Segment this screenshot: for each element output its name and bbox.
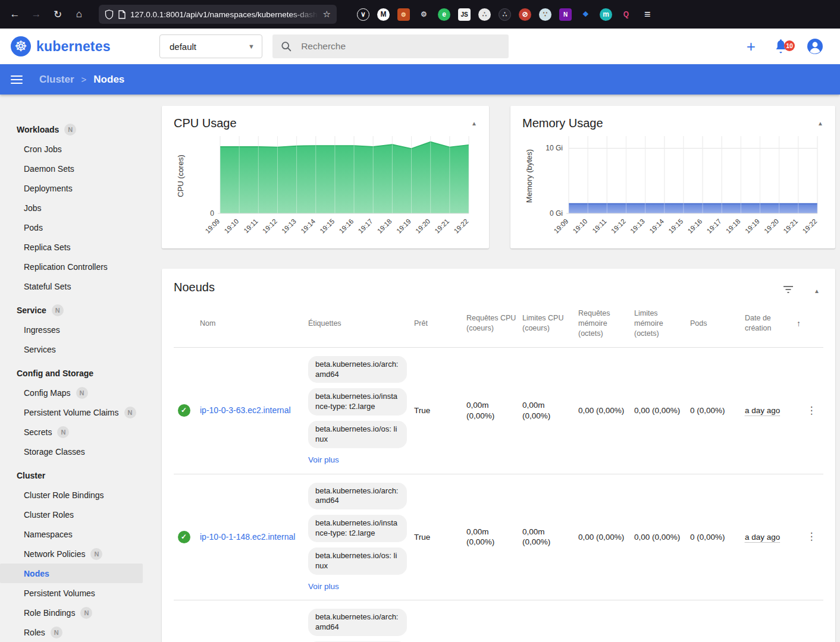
column-header-cpu-requests[interactable]: Requêtes CPU (coeurs) — [466, 307, 522, 342]
svg-text:19:15: 19:15 — [319, 218, 336, 235]
account-icon[interactable] — [807, 38, 823, 55]
sidebar-item-label: Cron Jobs — [24, 144, 62, 154]
sidebar-item-persistent-volumes[interactable]: Persistent Volumes — [0, 583, 143, 603]
column-header-name[interactable]: Nom — [200, 313, 308, 337]
sidebar-item-secrets[interactable]: SecretsN — [0, 422, 143, 442]
sidebar-item-network-policies[interactable]: Network PoliciesN — [0, 544, 143, 564]
column-header-labels[interactable]: Étiquettes — [308, 313, 414, 337]
create-resource-button[interactable]: + — [747, 39, 756, 54]
column-header-memory-limits[interactable]: Limites mémoire (octets) — [634, 303, 690, 347]
sidebar-section-config-and-storage[interactable]: Config and Storage — [0, 363, 152, 383]
extension-icons: ∨M⚙⚙eJS∴∴⊘∵N❖mQ — [357, 8, 632, 21]
sidebar-item-storage-classes[interactable]: Storage Classes — [0, 442, 143, 461]
gear-icon[interactable]: ⚙ — [418, 8, 430, 21]
sidebar-section-cluster[interactable]: Cluster — [0, 465, 152, 485]
evernote-icon[interactable]: e — [438, 8, 450, 21]
sidebar-item-cluster-role-bindings[interactable]: Cluster Role Bindings — [0, 485, 143, 505]
sidebar-item-stateful-sets[interactable]: Stateful Sets — [0, 276, 143, 296]
node-name-link[interactable]: ip-10-0-1-148.ec2.internal — [200, 532, 295, 542]
extension-m-icon[interactable]: M — [377, 8, 390, 21]
sidebar-item-cluster-roles[interactable]: Cluster Roles — [0, 505, 143, 524]
filter-list-icon[interactable] — [783, 285, 794, 294]
back-button[interactable]: ← — [6, 5, 24, 23]
home-button[interactable]: ⌂ — [70, 5, 88, 23]
column-header-memory-requests[interactable]: Requêtes mémoire (octets) — [578, 303, 634, 347]
see-more-link[interactable]: Voir plus — [308, 455, 339, 465]
collapse-arrow-icon[interactable]: ▲ — [471, 117, 477, 127]
sidebar-item-jobs[interactable]: Jobs — [0, 198, 143, 218]
pocket-shield-icon[interactable]: ∨ — [357, 8, 369, 21]
label-chip: beta.kubernetes.io/instance-type: t2.lar… — [308, 388, 407, 416]
sidebar-section-service[interactable]: ServiceN — [0, 300, 152, 320]
sort-arrow-icon[interactable]: ↑ — [797, 318, 801, 329]
svg-text:CPU (cores): CPU (cores) — [176, 155, 185, 197]
q-rainbow-icon[interactable]: Q — [620, 8, 632, 21]
svg-text:19:13: 19:13 — [629, 218, 646, 235]
kubernetes-brand[interactable]: ☸ kubernetes — [11, 36, 159, 56]
namespace-select[interactable]: default ▼ — [159, 34, 262, 58]
javascript-toggle-icon[interactable]: JS — [458, 8, 471, 21]
m-teal-icon[interactable]: m — [600, 8, 612, 21]
shield-permissions-icon[interactable] — [105, 10, 114, 20]
created-age: a day ago — [745, 406, 780, 416]
sidebar-item-replication-controllers[interactable]: Replication Controllers — [0, 257, 143, 276]
svg-text:19:16: 19:16 — [687, 218, 704, 235]
column-header-pods[interactable]: Pods — [690, 313, 745, 337]
sidebar-item-cron-jobs[interactable]: Cron Jobs — [0, 139, 143, 159]
svg-text:19:14: 19:14 — [648, 218, 665, 235]
cookie-light-icon[interactable]: ∴ — [478, 8, 491, 21]
search-box[interactable] — [272, 34, 509, 58]
blue-bug-icon[interactable]: ❖ — [579, 8, 592, 21]
bookmark-star-icon[interactable]: ☆ — [323, 9, 331, 20]
svg-text:19:20: 19:20 — [414, 218, 431, 235]
page-info-icon[interactable] — [118, 10, 126, 19]
sidebar-item-nodes[interactable]: Nodes — [0, 564, 143, 583]
sidebar-item-replica-sets[interactable]: Replica Sets — [0, 237, 143, 257]
collapse-arrow-icon[interactable]: ▲ — [814, 284, 820, 294]
svg-text:19:11: 19:11 — [591, 218, 607, 234]
sidebar-item-role-bindings[interactable]: Role BindingsN — [0, 603, 143, 622]
svg-text:19:10: 19:10 — [572, 218, 589, 235]
sidebar-section-workloads[interactable]: WorkloadsN — [0, 119, 152, 139]
row-menu-button[interactable]: ⋮ — [805, 404, 823, 417]
browser-menu-icon[interactable]: ≡ — [644, 8, 650, 21]
sidebar-item-daemon-sets[interactable]: Daemon Sets — [0, 159, 143, 178]
memory-requests-value: 0,00 (0,00%) — [578, 532, 634, 543]
sidebar-item-config-maps[interactable]: Config MapsN — [0, 383, 143, 402]
sidebar-item-namespaces[interactable]: Namespaces — [0, 524, 143, 544]
hamburger-menu-icon[interactable] — [11, 75, 23, 84]
sidebar-item-label: Jobs — [24, 203, 42, 213]
column-header-created[interactable]: Date de création ↑ — [745, 307, 805, 342]
node-name-link[interactable]: ip-10-0-3-63.ec2.internal — [200, 405, 291, 415]
label-chip: beta.kubernetes.io/instance-type: t2.lar… — [308, 515, 407, 542]
forward-button[interactable]: → — [27, 5, 45, 23]
notifications-button[interactable]: 10 — [773, 39, 789, 54]
sidebar-item-pods[interactable]: Pods — [0, 218, 143, 237]
row-menu-button[interactable]: ⋮ — [805, 530, 823, 543]
sidebar-item-deployments[interactable]: Deployments — [0, 178, 143, 198]
sidebar-item-label: Storage Classes — [24, 447, 85, 457]
sidebar-item-roles[interactable]: RolesN — [0, 622, 143, 642]
svg-text:19:09: 19:09 — [553, 218, 570, 235]
cookie-blocked-icon[interactable]: ⊘ — [519, 8, 531, 21]
search-input[interactable] — [301, 41, 500, 52]
collapse-arrow-icon[interactable]: ▲ — [817, 117, 823, 127]
svg-text:19:22: 19:22 — [801, 218, 819, 235]
breadcrumb-parent[interactable]: Cluster — [39, 74, 74, 86]
url-text: 127.0.0.1:8001/api/v1/namespaces/kuberne… — [130, 10, 318, 19]
column-header-cpu-limits[interactable]: Limites CPU (coeurs) — [522, 307, 578, 342]
sidebar-item-ingresses[interactable]: Ingresses — [0, 320, 143, 339]
url-bar[interactable]: 127.0.0.1:8001/api/v1/namespaces/kuberne… — [99, 5, 337, 24]
onenote-icon[interactable]: N — [559, 8, 572, 21]
reload-button[interactable]: ↻ — [49, 5, 67, 23]
sidebar-item-services[interactable]: Services — [0, 339, 143, 359]
cookie-dark-icon[interactable]: ∴ — [499, 8, 511, 21]
see-more-link[interactable]: Voir plus — [308, 581, 339, 592]
cookie-jar-icon[interactable]: ∵ — [539, 8, 551, 21]
chevron-down-icon: ▼ — [248, 43, 255, 50]
column-header-ready[interactable]: Prêt — [414, 313, 466, 337]
svg-text:19:16: 19:16 — [338, 218, 355, 235]
sidebar-item-persistent-volume-claims[interactable]: Persistent Volume ClaimsN — [0, 402, 143, 422]
memory-limits-value: 0,00 (0,00%) — [634, 532, 690, 543]
orange-gear-icon[interactable]: ⚙ — [397, 8, 410, 21]
